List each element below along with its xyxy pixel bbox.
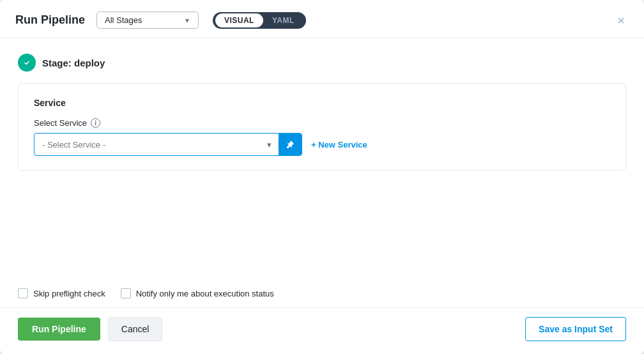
select-service-wrapper[interactable]: ▾ <box>34 133 302 156</box>
run-pipeline-modal: Run Pipeline All Stages ▾ VISUAL YAML × … <box>0 0 644 354</box>
service-select-row: ▾ + New Service <box>34 133 610 156</box>
stage-header: Stage: deploy <box>18 54 626 72</box>
svg-point-0 <box>22 58 31 67</box>
yaml-toggle-button[interactable]: YAML <box>263 13 303 27</box>
select-service-label: Select Service i <box>34 118 610 128</box>
modal-header: Run Pipeline All Stages ▾ VISUAL YAML × <box>0 0 644 38</box>
notify-only-label[interactable]: Notify only me about execution status <box>121 288 274 298</box>
stage-icon <box>18 54 36 72</box>
select-chevron-icon: ▾ <box>261 140 279 150</box>
stage-label: Stage: deploy <box>42 58 105 68</box>
modal-body: Stage: deploy Service Select Service i ▾ <box>0 38 644 277</box>
pin-button[interactable] <box>279 134 302 155</box>
notify-only-text: Notify only me about execution status <box>136 289 274 298</box>
modal-title: Run Pipeline <box>15 13 85 27</box>
select-service-input[interactable] <box>34 140 261 150</box>
run-pipeline-button[interactable]: Run Pipeline <box>18 318 100 341</box>
notify-only-checkbox[interactable] <box>121 288 131 298</box>
visual-toggle-button[interactable]: VISUAL <box>215 13 263 27</box>
footer-options: Skip preflight check Notify only me abou… <box>0 277 644 307</box>
save-as-input-set-button[interactable]: Save as Input Set <box>525 317 626 341</box>
skip-preflight-text: Skip preflight check <box>33 289 105 298</box>
view-toggle: VISUAL YAML <box>213 12 306 29</box>
skip-preflight-label[interactable]: Skip preflight check <box>18 288 105 298</box>
close-button[interactable]: × <box>613 13 629 28</box>
stages-dropdown[interactable]: All Stages ▾ <box>96 12 199 29</box>
info-icon[interactable]: i <box>91 118 100 128</box>
service-card-title: Service <box>34 98 610 108</box>
stages-dropdown-label: All Stages <box>105 15 179 25</box>
new-service-link[interactable]: + New Service <box>311 140 367 150</box>
service-card: Service Select Service i ▾ + New Service <box>18 83 626 171</box>
modal-footer: Run Pipeline Cancel Save as Input Set <box>0 307 644 354</box>
skip-preflight-checkbox[interactable] <box>18 288 28 298</box>
chevron-down-icon: ▾ <box>185 16 189 25</box>
cancel-button[interactable]: Cancel <box>108 317 163 341</box>
